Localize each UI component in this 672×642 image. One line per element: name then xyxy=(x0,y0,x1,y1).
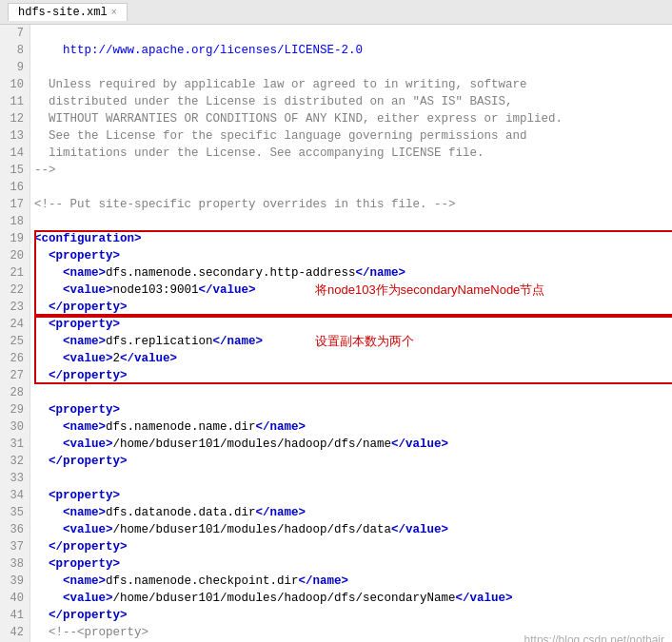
line-number: 20 xyxy=(6,247,24,264)
line-number: 12 xyxy=(6,110,24,127)
line-number: 7 xyxy=(6,25,24,42)
tab-close-icon[interactable]: × xyxy=(111,8,117,18)
title-bar: hdfs-site.xml × xyxy=(0,0,672,25)
code-line: limitations under the License. See accom… xyxy=(34,145,668,162)
code-line: <value>node103:9001</value> xyxy=(34,282,668,299)
code-line: WITHOUT WARRANTIES OR CONDITIONS OF ANY … xyxy=(34,110,668,127)
code-line xyxy=(34,179,668,196)
code-line: distributed under the License is distrib… xyxy=(34,93,668,110)
line-number: 25 xyxy=(6,333,24,350)
code-line: <name>dfs.namenode.checkpoint.dir</name> xyxy=(34,573,668,590)
code-line: <name>dfs.namenode.name.dir</name> xyxy=(34,418,668,436)
line-number: 23 xyxy=(6,299,24,316)
line-number: 9 xyxy=(6,59,24,76)
line-number: 39 xyxy=(6,573,24,590)
line-number: 35 xyxy=(6,504,24,521)
line-number: 28 xyxy=(6,384,24,401)
code-line: http://www.apache.org/licenses/LICENSE-2… xyxy=(34,42,668,59)
code-line: <property> xyxy=(34,316,668,333)
code-line: <name>dfs.namenode.secondary.http-addres… xyxy=(34,264,668,282)
line-number: 27 xyxy=(6,367,24,384)
code-line: <name>dfs.datanode.data.dir</name> xyxy=(34,504,668,521)
line-number: 21 xyxy=(6,264,24,282)
code-line xyxy=(34,25,668,42)
code-line: <name>dfs.replication</name> xyxy=(34,333,668,350)
line-number: 24 xyxy=(6,316,24,333)
code-line: <configuration> xyxy=(34,230,668,247)
code-line: <property> xyxy=(34,555,668,573)
code-line: <property> xyxy=(34,487,668,504)
line-number: 31 xyxy=(6,436,24,453)
code-line xyxy=(34,384,668,401)
code-line: </property> xyxy=(34,453,668,470)
line-number: 36 xyxy=(6,521,24,538)
code-line: <value>/home/bduser101/modules/hadoop/df… xyxy=(34,521,668,538)
line-numbers: 7891011121314151617181920212223242526272… xyxy=(0,25,30,642)
code-line: </property> xyxy=(34,607,668,624)
line-number: 18 xyxy=(6,213,24,230)
line-number: 15 xyxy=(6,162,24,179)
code-line: </property> xyxy=(34,367,668,384)
line-number: 30 xyxy=(6,418,24,436)
watermark: https://blog.csdn.net/nothair xyxy=(524,633,664,642)
line-number: 32 xyxy=(6,453,24,470)
line-number: 33 xyxy=(6,470,24,487)
line-number: 11 xyxy=(6,93,24,110)
line-number: 19 xyxy=(6,230,24,247)
code-line: <value>2</value> xyxy=(34,350,668,367)
line-number: 26 xyxy=(6,350,24,367)
line-number: 34 xyxy=(6,487,24,504)
line-number: 10 xyxy=(6,76,24,93)
code-line: <property> xyxy=(34,247,668,264)
code-line: </property> xyxy=(34,299,668,316)
file-tab[interactable]: hdfs-site.xml × xyxy=(8,3,128,21)
line-number: 8 xyxy=(6,42,24,59)
code-line: <value>/home/bduser101/modules/hadoop/df… xyxy=(34,436,668,453)
tab-filename: hdfs-site.xml xyxy=(18,6,108,19)
code-line: <value>/home/bduser101/modules/hadoop/df… xyxy=(34,590,668,607)
line-number: 38 xyxy=(6,555,24,573)
line-number: 16 xyxy=(6,179,24,196)
line-number: 14 xyxy=(6,145,24,162)
line-number: 42 xyxy=(6,624,24,641)
code-line: See the License for the specific languag… xyxy=(34,127,668,145)
code-area[interactable]: http://www.apache.org/licenses/LICENSE-2… xyxy=(30,25,672,642)
editor: 7891011121314151617181920212223242526272… xyxy=(0,25,672,642)
line-number: 37 xyxy=(6,538,24,555)
line-number: 41 xyxy=(6,607,24,624)
code-line xyxy=(34,213,668,230)
line-number: 40 xyxy=(6,590,24,607)
code-line: </property> xyxy=(34,538,668,555)
line-number: 29 xyxy=(6,401,24,418)
code-line: --> xyxy=(34,162,668,179)
line-number: 22 xyxy=(6,282,24,299)
code-line: Unless required by applicable law or agr… xyxy=(34,76,668,93)
code-line: <!-- Put site-specific property override… xyxy=(34,196,668,213)
code-line xyxy=(34,470,668,487)
code-line: <property> xyxy=(34,401,668,418)
line-number: 13 xyxy=(6,127,24,145)
code-line xyxy=(34,59,668,76)
line-number: 17 xyxy=(6,196,24,213)
